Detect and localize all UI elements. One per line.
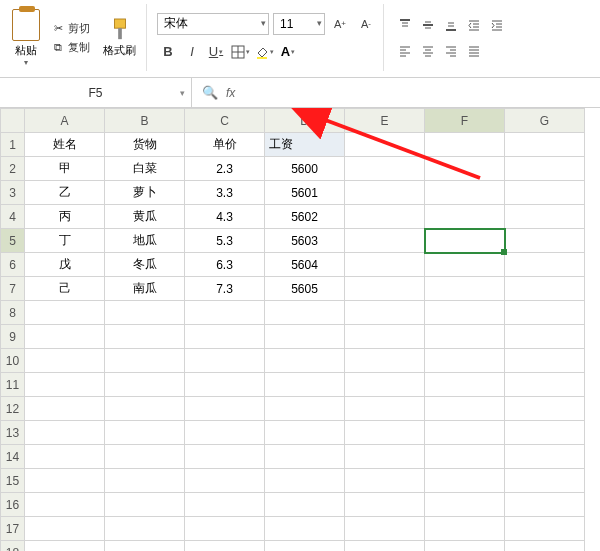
cell[interactable] — [345, 205, 425, 229]
cell[interactable] — [265, 421, 345, 445]
row-header[interactable]: 1 — [1, 133, 25, 157]
cell[interactable]: 甲 — [25, 157, 105, 181]
font-color-button[interactable]: A▾ — [277, 41, 299, 63]
align-left-button[interactable] — [394, 40, 416, 62]
cell[interactable] — [505, 325, 585, 349]
align-middle-button[interactable] — [417, 14, 439, 36]
cell[interactable]: 5604 — [265, 253, 345, 277]
cell[interactable] — [265, 517, 345, 541]
align-top-button[interactable] — [394, 14, 416, 36]
cell[interactable] — [425, 445, 505, 469]
cell[interactable] — [425, 253, 505, 277]
cell[interactable]: 5.3 — [185, 229, 265, 253]
cell[interactable]: 乙 — [25, 181, 105, 205]
cell[interactable] — [345, 325, 425, 349]
cell[interactable] — [425, 205, 505, 229]
column-header[interactable]: A — [25, 109, 105, 133]
cell[interactable] — [345, 181, 425, 205]
row-header[interactable]: 8 — [1, 301, 25, 325]
cell[interactable] — [345, 517, 425, 541]
cell[interactable] — [425, 229, 505, 253]
row-header[interactable]: 12 — [1, 397, 25, 421]
cell[interactable] — [105, 325, 185, 349]
row-header[interactable]: 13 — [1, 421, 25, 445]
cell[interactable] — [345, 133, 425, 157]
cell[interactable] — [185, 517, 265, 541]
row-header[interactable]: 15 — [1, 469, 25, 493]
cell[interactable] — [505, 469, 585, 493]
cell[interactable] — [425, 349, 505, 373]
format-painter-button[interactable]: 格式刷 — [99, 15, 140, 60]
row-header[interactable]: 16 — [1, 493, 25, 517]
cell[interactable]: 己 — [25, 277, 105, 301]
cell[interactable] — [265, 325, 345, 349]
cell[interactable] — [505, 181, 585, 205]
cell[interactable] — [345, 397, 425, 421]
cell[interactable] — [105, 517, 185, 541]
align-right-button[interactable] — [440, 40, 462, 62]
cell[interactable] — [105, 397, 185, 421]
cell[interactable] — [25, 469, 105, 493]
select-all-corner[interactable] — [1, 109, 25, 133]
cell[interactable] — [345, 373, 425, 397]
cell[interactable] — [425, 325, 505, 349]
cell[interactable]: 7.3 — [185, 277, 265, 301]
cell[interactable] — [345, 253, 425, 277]
cell[interactable] — [185, 301, 265, 325]
cell[interactable] — [265, 301, 345, 325]
cell[interactable] — [25, 493, 105, 517]
cell[interactable]: 丁 — [25, 229, 105, 253]
cell[interactable] — [265, 349, 345, 373]
cell[interactable] — [25, 421, 105, 445]
spreadsheet-grid[interactable]: A B C D E F G 1姓名货物单价工资2甲白菜2.356003乙萝卜3.… — [0, 108, 585, 551]
align-bottom-button[interactable] — [440, 14, 462, 36]
cell[interactable] — [345, 301, 425, 325]
cell[interactable] — [345, 541, 425, 552]
row-header[interactable]: 18 — [1, 541, 25, 552]
decrease-font-button[interactable]: A- — [355, 13, 377, 35]
fill-color-button[interactable]: ▾ — [253, 41, 275, 63]
italic-button[interactable]: I — [181, 41, 203, 63]
cell[interactable] — [425, 277, 505, 301]
column-header[interactable]: D — [265, 109, 345, 133]
cell[interactable]: 工资 — [265, 133, 345, 157]
row-header[interactable]: 10 — [1, 349, 25, 373]
cell[interactable] — [505, 373, 585, 397]
cell[interactable]: 姓名 — [25, 133, 105, 157]
cell[interactable] — [345, 469, 425, 493]
cell[interactable] — [505, 349, 585, 373]
cell[interactable] — [265, 445, 345, 469]
cell[interactable]: 2.3 — [185, 157, 265, 181]
cell[interactable] — [505, 397, 585, 421]
cell[interactable] — [105, 493, 185, 517]
column-header[interactable]: B — [105, 109, 185, 133]
cell[interactable] — [185, 325, 265, 349]
cell[interactable]: 南瓜 — [105, 277, 185, 301]
cell[interactable] — [505, 277, 585, 301]
row-header[interactable]: 3 — [1, 181, 25, 205]
cell[interactable] — [505, 517, 585, 541]
cell[interactable] — [345, 445, 425, 469]
row-header[interactable]: 4 — [1, 205, 25, 229]
cell[interactable] — [425, 157, 505, 181]
cell[interactable]: 货物 — [105, 133, 185, 157]
cell[interactable]: 冬瓜 — [105, 253, 185, 277]
cell[interactable] — [105, 445, 185, 469]
cell[interactable] — [25, 517, 105, 541]
borders-button[interactable]: ▾ — [229, 41, 251, 63]
cell[interactable] — [265, 493, 345, 517]
cell[interactable] — [185, 445, 265, 469]
name-box[interactable]: F5 ▾ — [0, 78, 192, 107]
cell[interactable]: 白菜 — [105, 157, 185, 181]
cell[interactable] — [345, 157, 425, 181]
cell[interactable] — [425, 469, 505, 493]
cell[interactable] — [425, 373, 505, 397]
row-header[interactable]: 11 — [1, 373, 25, 397]
cell[interactable] — [105, 541, 185, 552]
cell[interactable] — [425, 493, 505, 517]
font-size-select[interactable]: 11 ▾ — [273, 13, 325, 35]
cell[interactable] — [505, 133, 585, 157]
row-header[interactable]: 9 — [1, 325, 25, 349]
row-header[interactable]: 14 — [1, 445, 25, 469]
cell[interactable] — [345, 229, 425, 253]
